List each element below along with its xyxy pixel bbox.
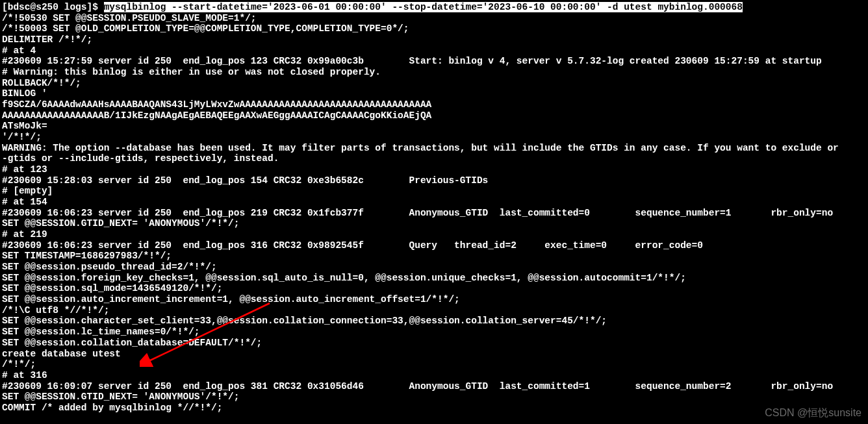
- output-line: SET TIMESTAMP=1686297983/*!*/;: [2, 251, 866, 262]
- terminal-output: [bdsc@s250 logs]$ mysqlbinlog --start-da…: [2, 2, 866, 414]
- shell-command: mysqlbinlog --start-datetime='2023-06-01…: [104, 2, 743, 12]
- output-line: # [empty]: [2, 186, 866, 197]
- output-line: SET @@session.character_set_client=33,@@…: [2, 316, 866, 327]
- output-line: #230609 15:27:59 server id 250 end_log_p…: [2, 56, 866, 67]
- output-line: # at 154: [2, 197, 866, 208]
- output-line: SET @@SESSION.GTID_NEXT= 'ANONYMOUS'/*!*…: [2, 392, 866, 403]
- output-line: # at 123: [2, 164, 866, 175]
- output-line: BINLOG ': [2, 88, 866, 99]
- output-line: WARNING: The option --database has been …: [2, 143, 866, 154]
- output-line: /*!\C utf8 *//*!*/;: [2, 305, 866, 316]
- output-line: #230609 15:28:03 server id 250 end_log_p…: [2, 175, 866, 186]
- output-line: SET @@session.auto_increment_increment=1…: [2, 294, 866, 305]
- output-line: -gtids or --include-gtids, respectively,…: [2, 153, 866, 164]
- output-line: COMMIT /* added by mysqlbinlog *//*!*/;: [2, 403, 866, 414]
- output-line: DELIMITER /*!*/;: [2, 34, 866, 45]
- output-line: SET @@session.sql_mode=1436549120/*!*/;: [2, 283, 866, 294]
- shell-prompt: [bdsc@s250 logs]$: [2, 2, 104, 12]
- output-line: /*!50530 SET @@SESSION.PSEUDO_SLAVE_MODE…: [2, 13, 866, 24]
- output-line: # Warning: this binlog is either in use …: [2, 67, 866, 78]
- output-line: ROLLBACK/*!*/;: [2, 78, 866, 89]
- output-line: '/*!*/;: [2, 132, 866, 143]
- output-line: #230609 16:09:07 server id 250 end_log_p…: [2, 381, 866, 392]
- watermark-text: CSDN @恒悦sunsite: [765, 407, 862, 419]
- output-line: # at 4: [2, 45, 866, 56]
- output-line: # at 316: [2, 370, 866, 381]
- output-line: #230609 16:06:23 server id 250 end_log_p…: [2, 208, 866, 219]
- output-line: #230609 16:06:23 server id 250 end_log_p…: [2, 240, 866, 251]
- output-line: create database utest: [2, 349, 866, 360]
- output-line: SET @@session.pseudo_thread_id=2/*!*/;: [2, 262, 866, 273]
- output-line: ATsMoJk=: [2, 121, 866, 132]
- output-line: f9SCZA/6AAAAdwAAAHsAAAABAAQANS43LjMyLWxv…: [2, 99, 866, 110]
- output-line: SET @@session.collation_database=DEFAULT…: [2, 338, 866, 349]
- output-line: /*!*/;: [2, 359, 866, 370]
- output-line: SET @@SESSION.GTID_NEXT= 'ANONYMOUS'/*!*…: [2, 218, 866, 229]
- prompt-line[interactable]: [bdsc@s250 logs]$ mysqlbinlog --start-da…: [2, 2, 743, 12]
- output-line: AAAAAAAAAAAAAAAAAAB/1IJkEzgNAAgAEgAEBAQE…: [2, 110, 866, 121]
- output-line: SET @@session.lc_time_names=0/*!*/;: [2, 327, 866, 338]
- output-line: SET @@session.foreign_key_checks=1, @@se…: [2, 273, 866, 284]
- output-line: /*!50003 SET @OLD_COMPLETION_TYPE=@@COMP…: [2, 23, 866, 34]
- output-line: # at 219: [2, 229, 866, 240]
